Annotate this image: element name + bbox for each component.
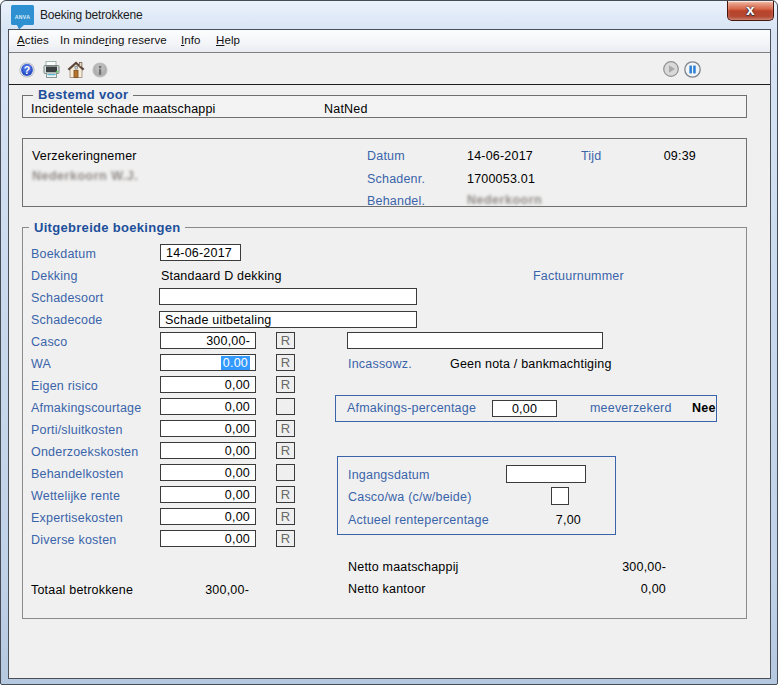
svg-text:ANVA: ANVA [15, 14, 31, 20]
svg-text:?: ? [24, 64, 30, 76]
